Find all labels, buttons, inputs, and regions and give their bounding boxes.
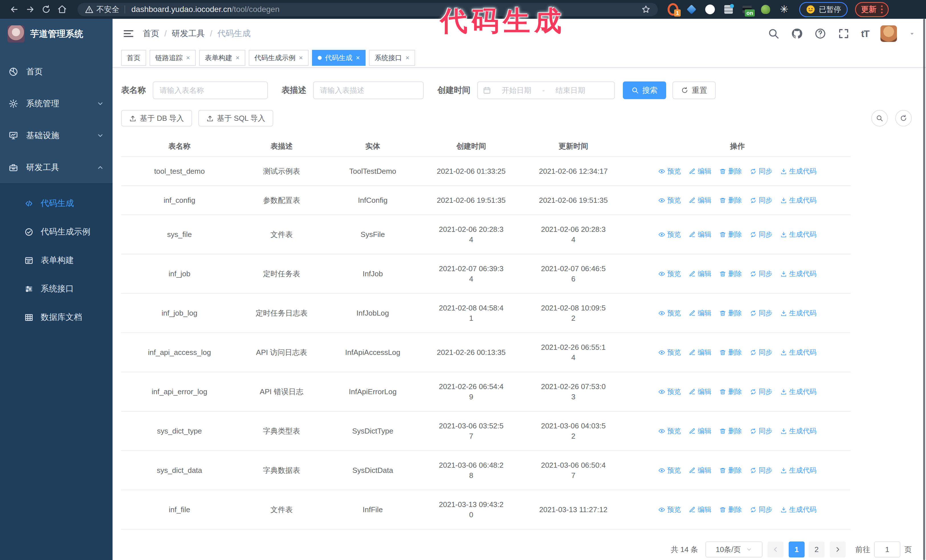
page-size-select[interactable]: 10条/页: [705, 542, 763, 557]
start-date-input[interactable]: [493, 86, 540, 95]
action-sync-link[interactable]: 同步: [750, 308, 772, 318]
action-delete-link[interactable]: 删除: [719, 308, 742, 318]
action-sync-link[interactable]: 同步: [750, 166, 772, 176]
action-edit-link[interactable]: 编辑: [689, 347, 711, 358]
header-search-icon[interactable]: [767, 28, 779, 39]
action-delete-link[interactable]: 删除: [719, 465, 742, 475]
tab-3[interactable]: 代码生成示例×: [249, 50, 309, 66]
github-icon[interactable]: [791, 28, 803, 39]
reload-icon[interactable]: [38, 2, 54, 17]
submenu-item-1[interactable]: 代码生成示例: [0, 217, 112, 246]
tab-2[interactable]: 表单构建×: [199, 50, 245, 66]
tab-0[interactable]: 首页: [121, 50, 146, 66]
action-generate-link[interactable]: 生成代码: [781, 229, 817, 240]
action-preview-link[interactable]: 预览: [658, 347, 681, 358]
refresh-table-button[interactable]: [895, 110, 912, 127]
sidebar-item-1[interactable]: 系统管理: [0, 88, 112, 120]
bookmark-star-icon[interactable]: [642, 5, 651, 14]
action-delete-link[interactable]: 删除: [719, 166, 742, 176]
sidebar-item-0[interactable]: 首页: [0, 56, 112, 88]
page-button-2[interactable]: 2: [809, 542, 825, 557]
breadcrumb-dev-tools[interactable]: 研发工具: [172, 28, 205, 39]
action-generate-link[interactable]: 生成代码: [781, 269, 817, 279]
tab-4[interactable]: 代码生成×: [312, 50, 366, 66]
action-preview-link[interactable]: 预览: [658, 386, 681, 397]
user-avatar[interactable]: [881, 25, 897, 42]
submenu-item-4[interactable]: 数据库文档: [0, 303, 112, 332]
action-sync-link[interactable]: 同步: [750, 465, 772, 475]
action-preview-link[interactable]: 预览: [658, 308, 681, 318]
submenu-item-2[interactable]: 表单构建: [0, 246, 112, 275]
url-path[interactable]: /tool/codegen: [232, 5, 280, 14]
sidebar-item-2[interactable]: 基础设施: [0, 120, 112, 151]
search-button[interactable]: 搜索: [623, 82, 666, 99]
import-sql-button[interactable]: 基于 SQL 导入: [198, 110, 274, 127]
action-delete-link[interactable]: 删除: [719, 195, 742, 205]
date-range-picker[interactable]: -: [477, 82, 615, 99]
goto-page-input[interactable]: [874, 542, 900, 557]
action-edit-link[interactable]: 编辑: [689, 166, 711, 176]
action-preview-link[interactable]: 预览: [658, 166, 681, 176]
action-delete-link[interactable]: 删除: [719, 426, 742, 436]
url-host[interactable]: dashboard.yudao.iocoder.cn: [132, 5, 232, 14]
action-generate-link[interactable]: 生成代码: [781, 465, 817, 475]
action-generate-link[interactable]: 生成代码: [781, 386, 817, 397]
action-preview-link[interactable]: 预览: [658, 195, 681, 205]
action-edit-link[interactable]: 编辑: [689, 504, 711, 515]
reset-button[interactable]: 重置: [672, 82, 716, 99]
action-preview-link[interactable]: 预览: [658, 504, 681, 515]
action-generate-link[interactable]: 生成代码: [781, 504, 817, 515]
end-date-input[interactable]: [547, 86, 594, 95]
submenu-item-0[interactable]: 代码生成: [0, 189, 112, 217]
sidebar-item-3[interactable]: 研发工具: [0, 151, 112, 183]
action-sync-link[interactable]: 同步: [750, 347, 772, 358]
action-sync-link[interactable]: 同步: [750, 504, 772, 515]
action-sync-link[interactable]: 同步: [750, 426, 772, 436]
home-nav-icon[interactable]: [54, 2, 70, 17]
orange-ring-extension-icon[interactable]: 1: [667, 4, 678, 15]
logo[interactable]: 芋道管理系统: [0, 19, 112, 49]
action-generate-link[interactable]: 生成代码: [781, 426, 817, 436]
action-edit-link[interactable]: 编辑: [689, 465, 711, 475]
action-edit-link[interactable]: 编辑: [689, 386, 711, 397]
green-check-extension-icon[interactable]: [705, 4, 716, 15]
action-edit-link[interactable]: 编辑: [689, 229, 711, 240]
hamburger-icon[interactable]: [123, 28, 134, 39]
action-edit-link[interactable]: 编辑: [689, 269, 711, 279]
close-icon[interactable]: ×: [236, 54, 240, 61]
action-delete-link[interactable]: 删除: [719, 386, 742, 397]
submenu-item-3[interactable]: 系统接口: [0, 275, 112, 303]
close-icon[interactable]: ×: [186, 54, 190, 61]
sliders-extension-icon[interactable]: [723, 4, 734, 15]
fullscreen-icon[interactable]: [838, 28, 850, 39]
table-name-input[interactable]: [153, 82, 268, 99]
action-preview-link[interactable]: 预览: [658, 269, 681, 279]
tab-5[interactable]: 系统接口×: [369, 50, 415, 66]
page-scrollbar[interactable]: [923, 19, 925, 560]
profile-paused-pill[interactable]: 已暂停: [799, 2, 848, 17]
action-sync-link[interactable]: 同步: [750, 229, 772, 240]
action-generate-link[interactable]: 生成代码: [781, 347, 817, 358]
breadcrumb-home[interactable]: 首页: [143, 28, 159, 39]
action-generate-link[interactable]: 生成代码: [781, 308, 817, 318]
action-preview-link[interactable]: 预览: [658, 229, 681, 240]
blue-gem-extension-icon[interactable]: [686, 4, 697, 15]
action-delete-link[interactable]: 删除: [719, 504, 742, 515]
white-asterisk-extension-icon[interactable]: ✳: [779, 4, 790, 15]
action-sync-link[interactable]: 同步: [750, 269, 772, 279]
action-delete-link[interactable]: 删除: [719, 229, 742, 240]
close-icon[interactable]: ×: [299, 54, 303, 61]
action-preview-link[interactable]: 预览: [658, 426, 681, 436]
action-generate-link[interactable]: 生成代码: [781, 166, 817, 176]
forward-icon[interactable]: [22, 2, 38, 17]
green-mascot-extension-icon[interactable]: [760, 4, 771, 15]
next-page-button[interactable]: [830, 542, 846, 557]
close-icon[interactable]: ×: [356, 54, 360, 61]
browser-menu-icon[interactable]: [881, 5, 883, 14]
action-preview-link[interactable]: 预览: [658, 465, 681, 475]
security-label[interactable]: 不安全: [96, 4, 120, 15]
address-bar[interactable]: 不安全 dashboard.yudao.iocoder.cn /tool/cod…: [77, 3, 658, 16]
action-sync-link[interactable]: 同步: [750, 195, 772, 205]
action-generate-link[interactable]: 生成代码: [781, 195, 817, 205]
avatar-caret-down-icon[interactable]: [908, 30, 916, 37]
